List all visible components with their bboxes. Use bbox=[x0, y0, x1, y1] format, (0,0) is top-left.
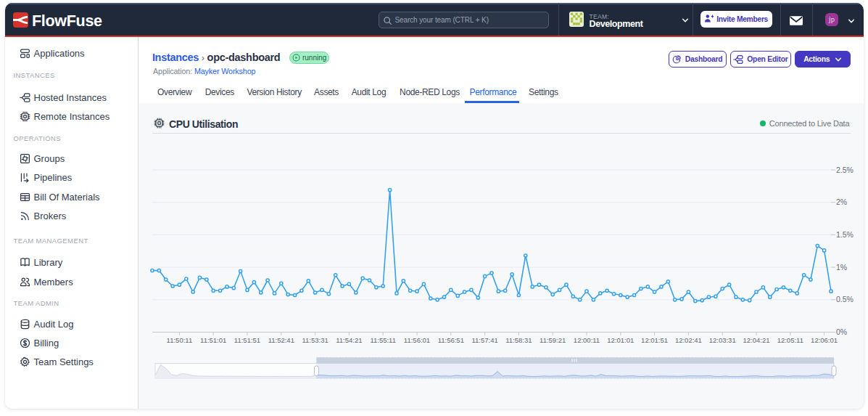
svg-text:12:01:01: 12:01:01 bbox=[607, 336, 634, 344]
svg-text:11:51:01: 11:51:01 bbox=[200, 336, 226, 344]
svg-text:2.5%: 2.5% bbox=[836, 166, 853, 174]
svg-text:12:01:51: 12:01:51 bbox=[641, 336, 668, 344]
svg-text:0%: 0% bbox=[836, 327, 847, 336]
svg-text:0.5%: 0.5% bbox=[836, 295, 853, 303]
svg-text:12:05:11: 12:05:11 bbox=[777, 336, 803, 344]
svg-text:11:57:41: 11:57:41 bbox=[471, 336, 497, 344]
svg-text:12:00:11: 12:00:11 bbox=[574, 336, 600, 344]
svg-text:11:52:41: 11:52:41 bbox=[268, 336, 294, 344]
svg-text:11:56:51: 11:56:51 bbox=[438, 336, 464, 344]
svg-text:2%: 2% bbox=[836, 197, 847, 206]
svg-text:1%: 1% bbox=[836, 263, 847, 272]
svg-text:12:04:21: 12:04:21 bbox=[743, 336, 770, 344]
svg-text:11:59:21: 11:59:21 bbox=[540, 336, 566, 344]
svg-text:12:03:31: 12:03:31 bbox=[709, 336, 736, 344]
svg-text:12:06:01: 12:06:01 bbox=[811, 336, 838, 344]
svg-text:11:58:31: 11:58:31 bbox=[505, 336, 532, 344]
svg-text:1.5%: 1.5% bbox=[836, 230, 853, 239]
svg-text:11:53:31: 11:53:31 bbox=[302, 336, 328, 344]
svg-text:11:55:11: 11:55:11 bbox=[370, 336, 396, 344]
svg-text:11:54:21: 11:54:21 bbox=[336, 336, 362, 344]
svg-text:12:02:41: 12:02:41 bbox=[675, 336, 702, 344]
svg-text:11:51:51: 11:51:51 bbox=[234, 336, 260, 344]
svg-text:11:56:01: 11:56:01 bbox=[404, 336, 430, 344]
svg-text:11:50:11: 11:50:11 bbox=[167, 336, 193, 344]
